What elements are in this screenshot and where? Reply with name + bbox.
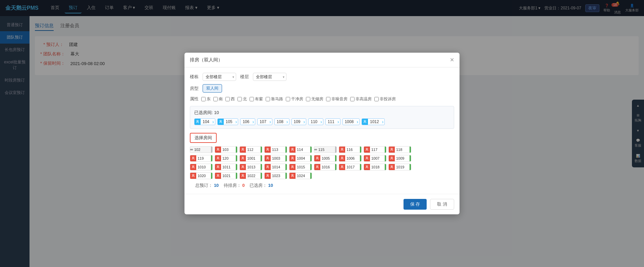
floor-select[interactable]: 全部楼层	[253, 73, 286, 81]
room-card-119[interactable]: 离 119	[190, 155, 213, 162]
rc-flag-103: 离	[215, 147, 221, 153]
room-card-1011[interactable]: 离 1011	[215, 164, 237, 170]
selected-label: 已选房：	[250, 183, 267, 188]
room-card-1022[interactable]: 离 1022	[239, 172, 262, 179]
attr-roadside[interactable]: 靠马路	[266, 96, 283, 102]
chip-num-108: 108	[275, 119, 285, 125]
rc-flag-1023: 离	[265, 173, 271, 179]
selected-chip-111[interactable]: 111 ›	[325, 118, 340, 125]
selected-chip-108[interactable]: 108 ›	[274, 118, 289, 125]
chip-arrow-108: ›	[285, 119, 289, 124]
rc-bar-118	[410, 147, 411, 153]
selected-chip-1012[interactable]: 离 1012 ›	[362, 118, 385, 125]
room-card-1018[interactable]: 离 1018	[364, 164, 386, 170]
building-floor-filter: 楼栋 全部楼层 楼层 全部楼层	[190, 73, 454, 81]
room-card-1017[interactable]: 离 1017	[339, 164, 362, 170]
rc-bar-1018	[385, 164, 386, 170]
room-card-1014[interactable]: 离 1014	[264, 164, 287, 170]
selected-rooms-title: 已选房间: 10	[194, 110, 450, 116]
room-card-1001[interactable]: 离 1001	[239, 155, 262, 162]
building-select[interactable]: 全部楼层	[203, 73, 236, 81]
attr-cooltemp[interactable]: 非高温房	[350, 96, 372, 102]
rc-bar-112	[261, 147, 262, 153]
rc-num-114: 114	[296, 147, 310, 152]
room-card-114[interactable]: 离 114	[289, 146, 312, 153]
room-card-112[interactable]: 离 112	[239, 146, 262, 153]
attr-east[interactable]: 东	[201, 96, 211, 102]
room-card-1003[interactable]: 离 1003	[264, 155, 287, 162]
attr-nocomplaint[interactable]: 非投诉房	[374, 96, 396, 102]
room-card-118[interactable]: 离 118	[388, 146, 411, 153]
chip-num-111: 111	[326, 119, 336, 125]
rc-flag-1006: 离	[339, 155, 345, 161]
room-card-1007[interactable]: 离 1007	[364, 155, 386, 162]
chip-arrow-106: ›	[251, 119, 255, 124]
rc-num-1024: 1024	[296, 173, 310, 178]
rc-bar-1020	[211, 173, 212, 179]
attr-north[interactable]: 北	[237, 96, 247, 102]
rc-flag-1017: 离	[339, 164, 345, 170]
room-card-102[interactable]: 102	[190, 146, 213, 153]
rc-bar-1016	[335, 164, 336, 170]
rc-flag-1020: 离	[190, 173, 196, 179]
chip-num-109: 109	[292, 119, 303, 125]
attr-nosmoking[interactable]: 无烟房	[306, 96, 323, 102]
room-card-1024[interactable]: 离 1024	[289, 172, 312, 179]
rc-flag-1010: 离	[190, 164, 196, 170]
rc-num-1013: 1013	[246, 164, 261, 170]
room-card-117[interactable]: 离 117	[364, 146, 386, 153]
room-type-double-btn[interactable]: 双人间	[203, 84, 222, 93]
room-card-1004[interactable]: 离 1004	[289, 155, 312, 162]
rc-flag-1014: 离	[265, 164, 271, 170]
room-type-label: 房型	[190, 86, 199, 92]
cancel-button[interactable]: 取 消	[430, 199, 454, 210]
room-card-1010[interactable]: 离 1010	[190, 164, 213, 170]
rc-flag-1007: 离	[364, 155, 370, 161]
room-card-1015[interactable]: 离 1015	[289, 164, 312, 170]
room-card-103[interactable]: 离 103	[215, 146, 237, 153]
selected-chip-109[interactable]: 109 ›	[291, 118, 307, 125]
room-card-116[interactable]: 离 116	[339, 146, 362, 153]
room-card-1013[interactable]: 离 1013	[239, 164, 262, 170]
attr-west[interactable]: 西	[225, 96, 235, 102]
attr-window[interactable]: 有窗	[250, 96, 263, 102]
room-card-1009[interactable]: 离 1009	[388, 155, 411, 162]
room-card-1023[interactable]: 离 1023	[264, 172, 287, 179]
rc-bar-1015	[310, 164, 312, 170]
close-button[interactable]: ✕	[450, 57, 454, 63]
dialog-summary: 总预订： 10 待排房： 0 已选房： 10	[190, 179, 454, 189]
selected-chip-105[interactable]: 离 105 ›	[217, 118, 238, 125]
attr-clean[interactable]: 干净房	[286, 96, 303, 102]
rc-bar-1019	[410, 164, 411, 170]
chip-flag-1012: 离	[362, 119, 368, 125]
room-card-120[interactable]: 离 120	[215, 155, 237, 162]
save-button[interactable]: 保 存	[404, 199, 427, 210]
room-card-1005[interactable]: 离 1005	[314, 155, 337, 162]
chip-num-1012: 1012	[368, 119, 381, 125]
selected-chip-104[interactable]: 离 104 ›	[194, 118, 215, 125]
rc-num-120: 120	[221, 156, 236, 161]
room-card-115[interactable]: 115	[314, 146, 337, 153]
rc-flag-102	[190, 149, 193, 150]
room-card-1019[interactable]: 离 1019 ➤	[388, 164, 411, 170]
total-label: 总预订：	[195, 183, 213, 188]
rc-flag-115	[314, 149, 317, 150]
selected-chip-106[interactable]: 106 ›	[240, 118, 255, 125]
room-card-1021[interactable]: 离 1021	[215, 172, 237, 179]
rc-flag-112: 离	[240, 147, 246, 153]
rc-num-1011: 1011	[221, 164, 236, 170]
selected-chip-110[interactable]: 110 ›	[308, 118, 323, 125]
room-card-1016[interactable]: 离 1016	[314, 164, 337, 170]
selected-chip-107[interactable]: 107 ›	[257, 118, 272, 125]
room-card-1020[interactable]: 离 1020	[190, 172, 213, 179]
rc-flag-118: 离	[389, 147, 395, 153]
chip-arrow-104: ›	[211, 119, 215, 124]
chip-arrow-107: ›	[268, 119, 272, 124]
selected-chip-1008[interactable]: 1008 ›	[342, 118, 360, 125]
attr-south[interactable]: 南	[213, 96, 223, 102]
rc-num-1018: 1018	[370, 164, 385, 170]
attr-quiet[interactable]: 非噪音房	[326, 96, 347, 102]
room-card-113[interactable]: 离 113	[264, 146, 287, 153]
attributes-row: 属性 东 南 西 北 有窗 靠马路 干净房 无烟房 非噪音房 非高温房 非投诉房	[190, 96, 454, 102]
room-card-1006[interactable]: 离 1006	[339, 155, 362, 162]
